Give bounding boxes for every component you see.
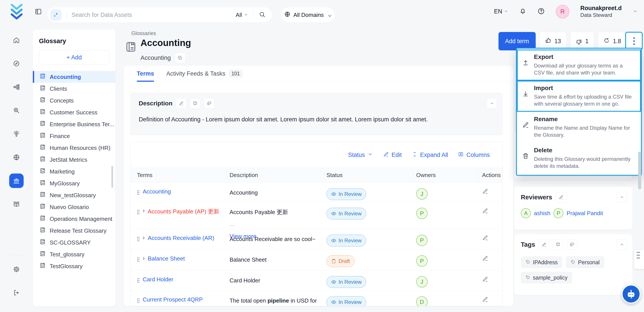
status-badge[interactable]: In Review <box>326 296 366 306</box>
tag-pill[interactable]: Personal <box>566 256 604 268</box>
collapse-chevron-icon[interactable] <box>487 98 497 109</box>
collapse-chevron-icon[interactable] <box>617 192 627 202</box>
nav-home[interactable] <box>9 33 24 47</box>
glossary-item[interactable]: Clients <box>33 83 115 95</box>
more-options-button[interactable] <box>625 32 643 50</box>
global-search-input[interactable]: Search for Data Assets All <box>47 7 272 23</box>
drag-handle-icon[interactable] <box>137 236 140 241</box>
term-link[interactable]: Accounting <box>143 188 171 195</box>
tag-pill[interactable]: sample_policy <box>521 272 572 283</box>
search-icon[interactable] <box>259 11 266 19</box>
expand-all-button[interactable]: Expand All <box>412 151 448 159</box>
menu-item-export[interactable]: ExportDownload all your glossary terms a… <box>517 50 641 81</box>
comments-icon[interactable] <box>567 239 577 250</box>
glossary-item[interactable]: Concepts <box>33 95 115 106</box>
nav-reference[interactable] <box>9 197 24 211</box>
owner-avatar[interactable]: P <box>416 255 428 267</box>
menu-item-rename[interactable]: RenameRename the Name and Display Name f… <box>517 112 641 143</box>
all-domains-dropdown[interactable]: All Domains <box>281 7 334 23</box>
status-badge[interactable]: In Review <box>326 208 366 220</box>
user-menu-chevron-icon[interactable] <box>632 9 638 15</box>
reviewer-avatar[interactable]: P <box>554 208 564 218</box>
help-icon[interactable] <box>538 8 545 16</box>
glossary-item[interactable]: SC-GLOSSARY <box>33 237 115 248</box>
expand-row-chevron-icon[interactable]: › <box>143 208 145 213</box>
glossary-item[interactable]: Nuevo Glosario <box>33 201 115 213</box>
tab-terms[interactable]: Terms <box>137 66 154 82</box>
glossary-item[interactable]: Human Resources (HR) <box>33 142 115 154</box>
edit-row-pencil-icon[interactable] <box>482 209 488 215</box>
edit-button[interactable]: Edit <box>383 151 402 159</box>
glossary-item[interactable]: Customer Success <box>33 106 115 118</box>
owner-avatar[interactable]: J <box>416 188 428 200</box>
status-badge[interactable]: In Review <box>326 188 366 200</box>
nav-explore[interactable] <box>9 56 24 71</box>
drag-handle-icon[interactable] <box>137 278 140 283</box>
nav-lineage[interactable] <box>9 80 24 94</box>
drag-handle-icon[interactable] <box>137 257 140 262</box>
nav-insights[interactable] <box>9 127 24 141</box>
expand-row-chevron-icon[interactable]: › <box>143 235 145 240</box>
chatbot-button[interactable] <box>622 284 641 304</box>
collapse-chevron-icon[interactable] <box>617 239 627 250</box>
tag-pill[interactable]: IPAddress <box>521 256 562 268</box>
edit-row-pencil-icon[interactable] <box>482 277 488 283</box>
edit-row-pencil-icon[interactable] <box>482 236 488 242</box>
term-link[interactable]: Accounts Receivable (AR) <box>148 235 214 241</box>
search-scope-dropdown[interactable]: All <box>236 12 248 19</box>
user-avatar[interactable]: R <box>556 5 570 19</box>
status-badge[interactable]: In Review <box>326 276 366 288</box>
tab-activity-feeds[interactable]: Activity Feeds & Tasks 101 <box>166 66 242 82</box>
edit-pencil-icon[interactable] <box>176 98 186 109</box>
glossary-item[interactable]: JetStat Metrics <box>33 154 115 166</box>
menu-item-delete[interactable]: DeleteDeleting this Glossary would perma… <box>517 143 641 174</box>
reviewer-link[interactable]: Prajwal Pandit <box>566 210 603 217</box>
copy-icon[interactable] <box>175 53 185 63</box>
glossary-item[interactable]: New_testGlossary <box>33 189 115 201</box>
glossary-item[interactable]: Enterprise Business Ter... <box>33 118 115 130</box>
term-link[interactable]: Current Prospect 4QRP <box>143 296 203 303</box>
menu-item-import[interactable]: ImportSave time & effort by uploading a … <box>517 81 641 112</box>
sidebar-toggle-icon[interactable] <box>34 8 42 16</box>
right-scrollbar[interactable] <box>638 152 641 189</box>
edit-pencil-icon[interactable] <box>556 192 566 202</box>
nav-logout[interactable] <box>9 285 24 300</box>
comment-question-icon[interactable] <box>553 239 563 250</box>
drag-handle-icon[interactable] <box>137 298 140 303</box>
drag-handle-icon[interactable] <box>137 209 140 214</box>
glossary-item[interactable]: TestGlossary <box>33 260 115 272</box>
glossary-item[interactable]: Marketing <box>33 166 115 178</box>
expand-row-chevron-icon[interactable]: › <box>143 255 145 261</box>
comments-icon[interactable] <box>204 98 214 109</box>
glossary-item[interactable]: Operations Management <box>33 213 115 225</box>
edit-pencil-icon[interactable] <box>539 239 549 250</box>
nav-discover[interactable] <box>9 103 24 118</box>
glossary-item[interactable]: Release Test Glossary <box>33 225 115 237</box>
reviewer-link[interactable]: ashish <box>534 210 550 217</box>
glossary-item[interactable]: MyGlossary <box>33 178 115 189</box>
edit-row-pencil-icon[interactable] <box>482 189 488 196</box>
nav-domains[interactable] <box>9 150 24 165</box>
nav-settings[interactable] <box>9 262 24 276</box>
breadcrumb[interactable]: Glossaries <box>131 30 156 36</box>
nav-governance[interactable] <box>9 174 24 188</box>
add-glossary-button[interactable]: + Add <box>39 50 110 64</box>
term-link[interactable]: Balance Sheet <box>148 255 185 262</box>
comment-question-icon[interactable] <box>190 98 200 109</box>
status-filter-dropdown[interactable]: Status <box>348 151 373 159</box>
owner-avatar[interactable]: P <box>416 208 428 219</box>
reviewer-avatar[interactable]: A <box>521 208 531 218</box>
glossary-item[interactable]: Test_glossary <box>33 248 115 260</box>
term-link[interactable]: Card Holder <box>143 276 173 283</box>
language-dropdown[interactable]: EN <box>494 8 508 15</box>
glossary-item[interactable]: Finance <box>33 130 115 142</box>
glossary-scrollbar[interactable] <box>112 166 113 188</box>
columns-button[interactable]: Columns <box>458 151 490 159</box>
edge-widget[interactable] <box>634 250 644 269</box>
owner-avatar[interactable]: D <box>416 296 428 306</box>
term-link[interactable]: Accounts Payable (AP) 更新 <box>148 208 219 215</box>
glossary-item[interactable]: Accounting <box>33 71 115 83</box>
status-badge[interactable]: Draft <box>326 255 354 267</box>
user-info[interactable]: Rounakpreet.d Data Steward <box>580 5 622 19</box>
notifications-bell-icon[interactable] <box>519 8 526 16</box>
